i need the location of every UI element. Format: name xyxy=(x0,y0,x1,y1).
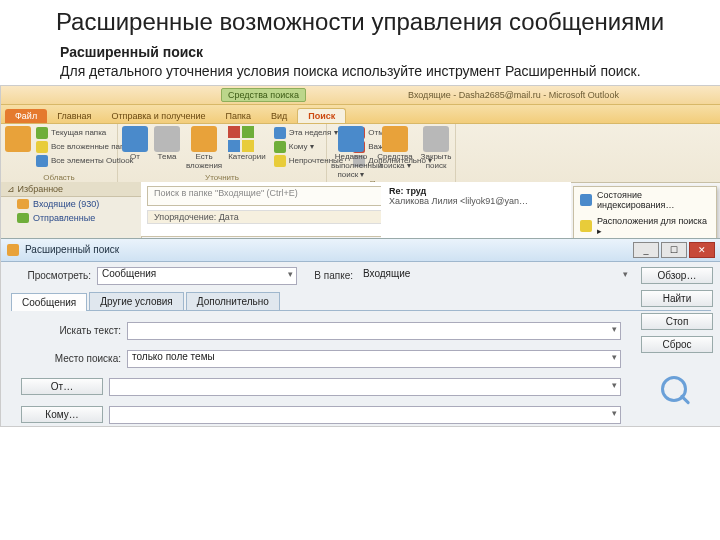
stop-button[interactable]: Стоп xyxy=(641,313,713,330)
mail-subject: Re: труд xyxy=(389,186,563,196)
nav-inbox[interactable]: Входящие (930) xyxy=(1,197,141,211)
browse-button[interactable]: Обзор… xyxy=(641,267,713,284)
ribbon-tabs: Файл Главная Отправка и получение Папка … xyxy=(1,105,720,124)
from-icon[interactable] xyxy=(122,126,148,152)
search-tools-badge: Средства поиска xyxy=(221,88,306,102)
search-in-select[interactable]: только поле темы xyxy=(127,350,621,368)
look-for-label: Просмотреть: xyxy=(11,270,91,281)
subject-icon[interactable] xyxy=(154,126,180,152)
tab-file[interactable]: Файл xyxy=(5,109,47,123)
dialog-tab-messages[interactable]: Сообщения xyxy=(11,293,87,311)
ribbon: Средства поиска Входящие - Dasha2685@mai… xyxy=(1,86,720,183)
menu-search-locations[interactable]: Расположения для поиска ▸ xyxy=(574,213,716,239)
menu-index-status[interactable]: Состояние индексирования… xyxy=(574,187,716,213)
all-mail-items-icon[interactable] xyxy=(5,126,31,152)
search-text-label: Искать текст: xyxy=(21,325,121,336)
recent-searches-icon[interactable] xyxy=(338,126,364,152)
magnifier-icon xyxy=(661,376,691,406)
outlook-screenshot: Средства поиска Входящие - Dasha2685@mai… xyxy=(0,85,720,427)
dialog-title: Расширенный поиск xyxy=(25,244,633,255)
dialog-tab-advanced[interactable]: Дополнительно xyxy=(186,292,280,310)
tab-sendreceive[interactable]: Отправка и получение xyxy=(101,109,215,123)
nav-favorites-header[interactable]: ⊿ Избранное xyxy=(1,182,141,197)
search-in-label: Место поиска: xyxy=(21,353,121,364)
dialog-tab-more[interactable]: Другие условия xyxy=(89,292,184,310)
dialog-icon xyxy=(7,244,19,256)
window-close[interactable]: ✕ xyxy=(689,242,715,258)
dialog-tabs: Сообщения Другие условия Дополнительно xyxy=(11,292,711,311)
tab-view[interactable]: Вид xyxy=(261,109,297,123)
dialog-titlebar: Расширенный поиск _ ☐ ✕ xyxy=(1,239,720,262)
nav-sent[interactable]: Отправленные xyxy=(1,211,141,225)
advanced-find-dialog: Расширенный поиск _ ☐ ✕ Просмотреть: Соо… xyxy=(1,238,720,426)
slide-subtitle: Расширенный поиск Для детального уточнен… xyxy=(60,43,660,81)
to-button[interactable]: Кому… xyxy=(21,406,103,423)
search-text-input[interactable] xyxy=(127,322,621,340)
categories-icon[interactable] xyxy=(228,126,266,152)
slide-title: Расширенные возможности управления сообщ… xyxy=(40,8,680,37)
in-folder-label: В папке: xyxy=(303,270,353,281)
attach-icon[interactable] xyxy=(191,126,217,152)
from-button[interactable]: От… xyxy=(21,378,103,395)
window-minimize[interactable]: _ xyxy=(633,242,659,258)
reading-pane: Re: труд Халикова Лилия <lilyok91@yan… xyxy=(381,182,571,244)
window-titlebar: Средства поиска Входящие - Dasha2685@mai… xyxy=(1,86,720,105)
close-search-icon[interactable] xyxy=(423,126,449,152)
window-title: Входящие - Dasha2685@mail.ru - Microsoft… xyxy=(306,90,720,100)
in-folder-value: Входящие xyxy=(359,268,631,284)
tab-folder[interactable]: Папка xyxy=(216,109,262,123)
clear-button[interactable]: Сброс xyxy=(641,336,713,353)
mail-from: Халикова Лилия <lilyok91@yan… xyxy=(389,196,563,206)
from-input[interactable] xyxy=(109,378,621,396)
find-button[interactable]: Найти xyxy=(641,290,713,307)
tab-search[interactable]: Поиск xyxy=(297,108,346,123)
to-input[interactable] xyxy=(109,406,621,424)
tab-home[interactable]: Главная xyxy=(47,109,101,123)
look-for-select[interactable]: Сообщения xyxy=(97,267,297,285)
window-maximize[interactable]: ☐ xyxy=(661,242,687,258)
search-tools-icon[interactable] xyxy=(382,126,408,152)
